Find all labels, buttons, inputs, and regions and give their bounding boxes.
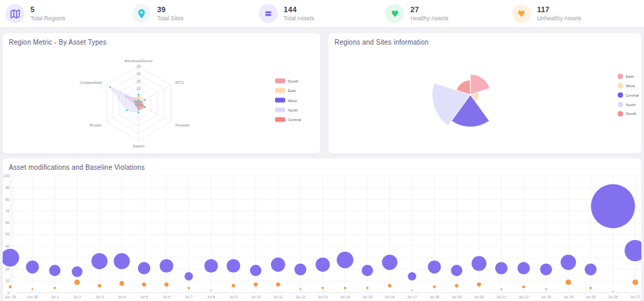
kpi-label: Total Sites — [157, 15, 183, 22]
svg-text:Jul 14: Jul 14 — [340, 295, 350, 299]
svg-text:Jul 7: Jul 7 — [185, 295, 193, 299]
svg-text:Jul 17: Jul 17 — [407, 295, 417, 299]
svg-text:80: 80 — [5, 198, 9, 202]
radar-panel: Region Metric - By Asset Types 510152025… — [3, 33, 320, 154]
svg-text:East: East — [288, 89, 296, 93]
svg-text:20: 20 — [5, 267, 9, 271]
svg-text:Jul 19: Jul 19 — [451, 295, 462, 299]
svg-text:Jul 3: Jul 3 — [95, 295, 103, 299]
svg-text:Jul 2: Jul 2 — [73, 295, 81, 299]
radar-panel-title: Region Metric - By Asset Types — [9, 39, 107, 46]
kpi-label: Total Assets — [284, 15, 314, 22]
map-icon — [5, 4, 24, 23]
svg-text:West: West — [626, 84, 635, 88]
svg-text:Jul 23: Jul 23 — [541, 295, 551, 299]
radar-chart[interactable]: 510152025WindowsServerRTUFirewallSwitchR… — [3, 33, 320, 154]
svg-text:90: 90 — [5, 185, 9, 189]
svg-text:Router: Router — [89, 123, 101, 127]
svg-text:Jul 9: Jul 9 — [230, 295, 238, 299]
kpi-label: Total Regions — [30, 15, 66, 22]
svg-text:North: North — [626, 103, 636, 107]
svg-text:Jul 27: Jul 27 — [630, 295, 641, 299]
svg-text:100: 100 — [3, 174, 9, 178]
polar-panel-title: Regions and Sites information — [335, 39, 428, 46]
kpi-value: 144 — [284, 5, 314, 15]
bubble-chart[interactable]: 0102030405060708090100Jun 29Jun 30Jul 1J… — [3, 158, 641, 301]
kpi-total-sites: 39 Total Sites — [132, 4, 258, 23]
svg-text:Jul 12: Jul 12 — [295, 295, 305, 299]
svg-text:Jul 11: Jul 11 — [273, 295, 282, 299]
svg-text:East: East — [626, 74, 634, 78]
svg-text:0: 0 — [7, 291, 9, 295]
kpi-value: 27 — [410, 5, 448, 15]
svg-text:25: 25 — [137, 64, 141, 68]
kpi-label: Unhealthy Assets — [537, 15, 582, 22]
svg-text:15: 15 — [137, 79, 141, 83]
svg-text:Jul 6: Jul 6 — [162, 295, 170, 299]
pin-icon — [132, 4, 151, 23]
kpi-total-assets: 144 Total Assets — [259, 4, 385, 23]
svg-text:10: 10 — [137, 87, 141, 91]
svg-text:Jul 5: Jul 5 — [140, 295, 148, 299]
kpi-label: Healthy Assets — [410, 15, 448, 22]
svg-text:40: 40 — [5, 244, 9, 248]
svg-text:Jul 8: Jul 8 — [207, 295, 216, 299]
svg-text:Jul 15: Jul 15 — [362, 295, 372, 299]
svg-text:Jul 21: Jul 21 — [497, 295, 507, 299]
svg-text:Jul 26: Jul 26 — [608, 295, 618, 299]
svg-text:Jul 20: Jul 20 — [474, 295, 484, 299]
svg-text:South: South — [626, 112, 637, 116]
svg-text:Central: Central — [288, 118, 301, 122]
svg-text:70: 70 — [5, 209, 9, 213]
svg-text:Jul 18: Jul 18 — [429, 295, 439, 299]
assets-icon — [259, 4, 278, 23]
svg-text:Jul 16: Jul 16 — [385, 295, 395, 299]
svg-text:South: South — [288, 79, 299, 83]
bubble-panel-title: Asset modifications and Baseline Violati… — [9, 164, 145, 171]
kpi-healthy-assets: ♥ 27 Healthy Assets — [385, 4, 512, 23]
svg-text:Central: Central — [626, 93, 639, 97]
svg-text:WindowsServer: WindowsServer — [124, 59, 153, 63]
svg-text:Jun 29: Jun 29 — [5, 295, 16, 299]
svg-text:Jun 30: Jun 30 — [27, 295, 39, 299]
svg-text:Unclassified: Unclassified — [80, 80, 101, 85]
polar-panel: Regions and Sites information EastWestCe… — [328, 33, 641, 154]
svg-text:West: West — [288, 99, 297, 103]
kpi-unhealthy-assets: ♥ 117 Unhealthy Assets — [512, 4, 639, 23]
svg-text:10: 10 — [5, 279, 9, 283]
svg-text:Switch: Switch — [132, 144, 145, 148]
bubble-panel: Asset modifications and Baseline Violati… — [3, 158, 641, 301]
svg-text:RTU: RTU — [176, 80, 184, 85]
svg-text:50: 50 — [5, 232, 9, 236]
svg-text:Jul 25: Jul 25 — [586, 295, 596, 299]
svg-text:Jul 13: Jul 13 — [318, 295, 328, 299]
heart-icon: ♥ — [512, 4, 531, 23]
svg-text:Jul 10: Jul 10 — [251, 295, 261, 299]
svg-text:Jul 24: Jul 24 — [564, 295, 574, 299]
heart-icon: ♥ — [385, 4, 404, 23]
svg-text:Jul 1: Jul 1 — [51, 295, 59, 299]
kpi-value: 39 — [157, 5, 183, 15]
svg-text:Jul 22: Jul 22 — [519, 295, 529, 299]
kpi-value: 5 — [30, 5, 66, 15]
svg-text:Firewall: Firewall — [176, 123, 190, 127]
kpi-total-regions: 5 Total Regions — [5, 4, 132, 23]
svg-text:North: North — [288, 108, 298, 112]
kpi-value: 117 — [537, 5, 582, 15]
polar-area-chart[interactable]: EastWestCentralNorthSouth — [328, 33, 641, 154]
svg-text:Jul 4: Jul 4 — [118, 295, 126, 299]
svg-text:20: 20 — [137, 72, 141, 76]
svg-text:60: 60 — [5, 221, 9, 225]
kpi-bar: 5 Total Regions 39 Total Sites 144 Total… — [0, 0, 644, 28]
